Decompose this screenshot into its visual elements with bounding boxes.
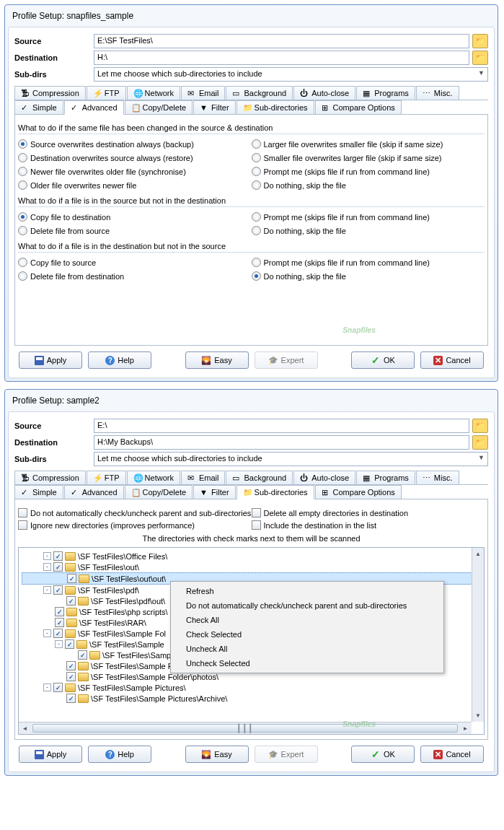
tree-item[interactable]: -\SF TestFiles\Sample Pictures\ — [22, 682, 481, 693]
menu-noauto[interactable]: Do not automatically check/uncheck paren… — [173, 598, 441, 613]
tab-simple[interactable]: ✓Simple — [14, 100, 63, 114]
expander-icon[interactable]: - — [43, 563, 51, 571]
tab-programs[interactable]: ▦Programs — [356, 471, 415, 484]
tree-checkbox[interactable] — [53, 562, 63, 572]
tab-filter[interactable]: ▼Filter — [193, 100, 235, 114]
apply-button[interactable]: Apply — [19, 351, 82, 369]
tab-filter[interactable]: ▼Filter — [193, 485, 235, 499]
radio-smaller[interactable] — [252, 153, 261, 162]
tab-subdirectories[interactable]: 📁Sub-directories — [236, 485, 314, 499]
easy-button[interactable]: 🌄Easy — [185, 746, 249, 763]
destination-input[interactable]: H:\ — [94, 51, 469, 65]
horizontal-scrollbar[interactable]: ◄ ┃┃┃ ► — [19, 722, 472, 734]
tab-advanced[interactable]: ✓Advanced — [64, 485, 124, 499]
radio-dest-overwrite[interactable] — [18, 153, 27, 162]
tab-compression[interactable]: 🗜Compression — [14, 471, 86, 484]
radio-skip-b[interactable] — [252, 226, 261, 235]
menu-refresh[interactable]: Refresh — [173, 584, 441, 598]
expander-icon[interactable]: - — [43, 683, 51, 691]
subdirs-dropdown[interactable]: Let me choose which sub-directories to i… — [94, 452, 488, 466]
tree-checkbox[interactable] — [53, 585, 63, 595]
tab-network[interactable]: 🌐Network — [127, 471, 180, 484]
tab-subdirectories[interactable]: 📁Sub-directories — [236, 100, 314, 114]
radio-prompt-b[interactable] — [252, 212, 261, 222]
tree-checkbox[interactable] — [65, 639, 74, 649]
scroll-up-icon[interactable]: ▲ — [472, 548, 484, 560]
cancel-button[interactable]: ✕Cancel — [420, 351, 484, 369]
expander-icon[interactable]: - — [55, 640, 63, 648]
tree-checkbox[interactable] — [78, 650, 87, 660]
tab-email[interactable]: ✉Email — [181, 86, 226, 100]
menu-check-all[interactable]: Check All — [173, 613, 441, 627]
check-delete-empty[interactable] — [252, 508, 261, 517]
source-browse-button[interactable]: 📁 — [472, 419, 488, 433]
tab-email[interactable]: ✉Email — [181, 471, 226, 484]
tree-item[interactable]: -\SF TestFiles\out\ — [22, 562, 481, 572]
destination-browse-button[interactable]: 📁 — [472, 51, 488, 65]
ok-button[interactable]: ✓OK — [351, 746, 415, 763]
tree-item[interactable]: -\SF TestFiles\Office Files\ — [22, 551, 481, 562]
radio-prompt-c[interactable] — [252, 258, 261, 267]
ok-button[interactable]: ✓OK — [351, 351, 415, 369]
radio-larger[interactable] — [252, 139, 261, 149]
expander-icon[interactable]: - — [43, 552, 51, 560]
check-include-dest[interactable] — [252, 520, 261, 530]
menu-uncheck-all[interactable]: Uncheck All — [173, 642, 441, 656]
tab-background[interactable]: ▭Background — [226, 86, 293, 100]
tab-misc[interactable]: ⋯Misc. — [416, 471, 459, 484]
tree-checkbox[interactable] — [53, 683, 63, 692]
tab-background[interactable]: ▭Background — [226, 471, 293, 484]
tab-ftp[interactable]: ⚡FTP — [87, 471, 126, 484]
scroll-left-icon[interactable]: ◄ — [19, 722, 31, 734]
tab-advanced[interactable]: ✓Advanced — [64, 100, 124, 115]
radio-delete-from-src[interactable] — [18, 226, 27, 235]
radio-newer[interactable] — [18, 167, 27, 176]
subdirs-dropdown[interactable]: Let me choose which sub-directories to i… — [94, 67, 488, 82]
scroll-thumb[interactable]: ┃┃┃ — [32, 724, 458, 733]
scroll-right-icon[interactable]: ► — [459, 722, 472, 734]
tree-checkbox[interactable] — [55, 607, 64, 616]
radio-skip-a[interactable] — [252, 180, 261, 190]
tab-compareoptions[interactable]: ⊞Compare Options — [315, 100, 402, 114]
tab-copydelete[interactable]: 📋Copy/Delete — [125, 485, 193, 499]
tab-compression[interactable]: 🗜Compression — [14, 86, 86, 100]
tree-checkbox[interactable] — [66, 661, 76, 670]
tree-checkbox[interactable] — [53, 551, 63, 561]
easy-button[interactable]: 🌄Easy — [185, 351, 249, 369]
source-input[interactable]: E:\ — [94, 419, 469, 433]
tab-misc[interactable]: ⋯Misc. — [416, 86, 459, 100]
menu-uncheck-selected[interactable]: Uncheck Selected — [173, 656, 441, 670]
cancel-button[interactable]: ✕Cancel — [420, 746, 484, 763]
vertical-scrollbar[interactable]: ▲ ▼ — [472, 548, 484, 722]
tree-checkbox[interactable] — [67, 574, 76, 583]
destination-browse-button[interactable]: 📁 — [472, 435, 488, 450]
expander-icon[interactable]: - — [43, 629, 51, 637]
tab-simple[interactable]: ✓Simple — [14, 485, 63, 499]
tab-ftp[interactable]: ⚡FTP — [87, 86, 126, 100]
source-input[interactable]: E:\SF TestFiles\ — [94, 34, 469, 48]
tree-checkbox[interactable] — [66, 596, 76, 606]
radio-prompt-a[interactable] — [252, 167, 261, 176]
scroll-down-icon[interactable]: ▼ — [472, 709, 484, 722]
check-ignore-new[interactable] — [18, 520, 27, 530]
tab-autoclose[interactable]: ⏻Auto-close — [293, 471, 355, 484]
radio-copy-to-dest[interactable] — [18, 212, 27, 222]
tab-compareoptions[interactable]: ⊞Compare Options — [315, 485, 402, 499]
tree-checkbox[interactable] — [66, 694, 76, 703]
radio-older[interactable] — [18, 180, 27, 190]
source-browse-button[interactable]: 📁 — [472, 34, 488, 48]
menu-check-selected[interactable]: Check Selected — [173, 627, 441, 642]
tab-autoclose[interactable]: ⏻Auto-close — [293, 86, 355, 100]
tab-network[interactable]: 🌐Network — [127, 86, 180, 100]
tree-checkbox[interactable] — [55, 618, 64, 627]
directory-tree[interactable]: -\SF TestFiles\Office Files\-\SF TestFil… — [18, 547, 485, 735]
destination-input[interactable]: H:\My Backups\ — [94, 435, 469, 450]
help-button[interactable]: ?Help — [88, 746, 151, 763]
tab-programs[interactable]: ▦Programs — [356, 86, 415, 100]
tree-checkbox[interactable] — [53, 629, 63, 638]
tree-checkbox[interactable] — [66, 672, 76, 681]
radio-src-overwrite[interactable] — [18, 139, 27, 149]
radio-delete-from-dest[interactable] — [18, 271, 27, 281]
help-button[interactable]: ?Help — [88, 351, 151, 369]
radio-copy-to-src[interactable] — [18, 258, 27, 267]
